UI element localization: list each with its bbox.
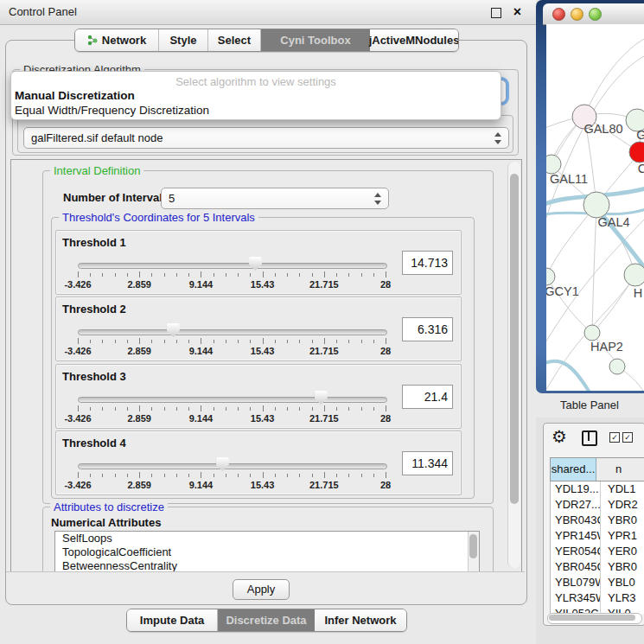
slider-tick	[139, 271, 140, 277]
control-panel-titlebar: Control Panel ×	[0, 0, 536, 25]
table-cell[interactable]: YER054C	[551, 544, 601, 559]
table-horizontal-scrollbar-thumb[interactable]	[549, 615, 635, 621]
table-cell[interactable]: YBL079W	[551, 575, 601, 590]
table-cell[interactable]: YBL0	[601, 575, 644, 590]
combo-stepper-icon	[494, 132, 501, 144]
table-column-header[interactable]: shared...	[551, 458, 596, 481]
tab-cyni-toolbox[interactable]: Cyni Toolbox	[261, 29, 370, 51]
checkbox-icon[interactable]: ✓	[622, 432, 633, 443]
bottom-tab-discretize-data[interactable]: Discretize Data	[218, 609, 315, 631]
table-data-group: Table Data galFiltered.sif default node	[17, 115, 513, 153]
slider-tick	[299, 407, 300, 411]
table-column-header[interactable]: n	[596, 458, 644, 481]
network-node-GCY1[interactable]	[546, 268, 555, 285]
threshold-slider-track[interactable]	[78, 263, 387, 269]
settings-scrollbar[interactable]	[507, 162, 520, 568]
split-columns-icon[interactable]	[582, 430, 597, 446]
slider-tick	[250, 474, 251, 477]
table-cell[interactable]: YDR2	[601, 497, 644, 513]
table-horizontal-scrollbar[interactable]	[547, 613, 642, 624]
table-cell[interactable]: YPR145W	[551, 528, 601, 544]
table-cell[interactable]: YPR1	[601, 528, 644, 544]
threshold-value-field[interactable]: 14.713	[402, 251, 453, 275]
table-row[interactable]: YBR045CYBR0	[551, 559, 644, 575]
threshold-value-field[interactable]: 6.316	[402, 317, 453, 341]
close-icon[interactable]: ×	[513, 3, 521, 21]
numerical-attributes-list[interactable]: SelfLoopsTopologicalCoefficientBetweenne…	[54, 531, 480, 572]
table-data-combobox[interactable]: galFiltered.sif default node	[23, 127, 509, 149]
slider-tick-label: 21.715	[309, 346, 339, 356]
threshold-slider-track[interactable]	[78, 463, 387, 469]
slider-tick-label: 2.859	[127, 346, 151, 356]
slider-tick	[324, 405, 325, 411]
tab-network[interactable]: Network	[75, 29, 159, 51]
table-row[interactable]: YLR345WYLR3	[551, 590, 644, 606]
apply-button[interactable]: Apply	[233, 579, 290, 600]
network-edge-thick[interactable]	[546, 361, 590, 391]
slider-tick-label: 15.43	[251, 480, 275, 490]
tab-select[interactable]: Select	[208, 29, 261, 51]
bottom-tab-impute-data[interactable]: Impute Data	[127, 609, 218, 631]
table-cell[interactable]: YBR0	[601, 513, 644, 528]
bottom-tab-infer-network[interactable]: Infer Network	[315, 609, 406, 631]
table-cell[interactable]: YLR345W	[551, 590, 601, 606]
table-row[interactable]: YDL19...YDL1	[551, 481, 644, 497]
checkbox-icon[interactable]: ✓	[609, 432, 620, 443]
table-cell[interactable]: YBR045C	[551, 559, 601, 575]
threshold-value-field[interactable]: 21.4	[402, 385, 453, 409]
slider-tick-label: 28	[380, 346, 391, 356]
network-node-HAP2[interactable]	[584, 325, 600, 341]
threshold-slider-track[interactable]	[78, 329, 387, 335]
network-node-node-red-selected[interactable]	[629, 142, 644, 163]
network-edge[interactable]	[592, 205, 596, 333]
minimize-traffic-light[interactable]	[571, 8, 583, 21]
table-cell[interactable]: YBR043C	[551, 513, 601, 528]
network-node-node-bottom[interactable]	[609, 359, 625, 374]
close-traffic-light[interactable]	[552, 8, 565, 21]
slider-tick	[201, 271, 201, 277]
thresholds-group-title: Threshold's Coordinates for 5 Intervals	[59, 211, 258, 224]
table-row[interactable]: YBR043CYBR0	[551, 513, 644, 528]
table-cell[interactable]: YDR27...	[551, 497, 601, 513]
tab-jactivemnodules[interactable]: jActiveMNodules	[370, 29, 458, 51]
popup-item-manual-discretization[interactable]: Manual Discretization	[15, 89, 135, 102]
threshold-slider-track[interactable]	[78, 397, 387, 403]
numerical-attribute-item[interactable]: BetweennessCentrality	[55, 559, 479, 572]
table-row[interactable]: YER054CYER0	[551, 544, 644, 559]
table-row[interactable]: YBL079WYBL0	[551, 575, 644, 590]
network-canvas[interactable]: GAL80GCGAL11GAL4GCY1HHAP2	[546, 24, 644, 391]
number-of-intervals-combobox[interactable]: 5	[161, 188, 389, 209]
table-cell[interactable]: YDL1	[601, 481, 644, 497]
slider-tick	[263, 405, 264, 411]
table-cell[interactable]: YDL19...	[551, 481, 601, 497]
slider-tick	[115, 340, 116, 343]
network-edge[interactable]	[584, 38, 644, 117]
network-window-titlebar[interactable]	[543, 3, 644, 25]
list-scrollbar-thumb[interactable]	[469, 534, 477, 558]
table-row[interactable]: YPR145WYPR1	[551, 528, 644, 544]
float-window-icon[interactable]	[491, 8, 501, 18]
slider-tick-label: 28	[380, 413, 391, 424]
network-node-GAL11[interactable]	[546, 155, 561, 174]
tab-style[interactable]: Style	[159, 29, 208, 51]
table-cell[interactable]: YLR3	[601, 590, 644, 606]
settings-scrollbar-thumb[interactable]	[510, 174, 519, 504]
popup-item-equal-width-frequency[interactable]: Equal Width/Frequency Discretization	[15, 104, 209, 117]
table-settings-gear-icon[interactable]: ⚙	[552, 426, 567, 447]
tab-label: Select	[218, 29, 251, 51]
list-scrollbar[interactable]	[468, 532, 479, 572]
table-cell[interactable]: YER0	[601, 544, 644, 559]
table-row[interactable]: YDR27...YDR2	[551, 497, 644, 513]
numerical-attribute-item[interactable]: SelfLoops	[55, 532, 479, 545]
network-node-node-right-mid[interactable]	[624, 264, 644, 286]
slider-tick-label: 2.859	[127, 413, 151, 424]
zoom-traffic-light[interactable]	[589, 8, 602, 21]
table-cell[interactable]: YBR0	[601, 559, 644, 575]
slider-tick	[348, 474, 349, 477]
bottom-tab-label: Impute Data	[140, 609, 204, 631]
numerical-attribute-item[interactable]: TopologicalCoefficient	[55, 545, 479, 559]
threshold-value-field[interactable]: 11.344	[402, 451, 453, 475]
slider-tick	[127, 340, 128, 343]
slider-tick	[324, 472, 325, 478]
network-node-GAL4[interactable]	[583, 192, 609, 218]
